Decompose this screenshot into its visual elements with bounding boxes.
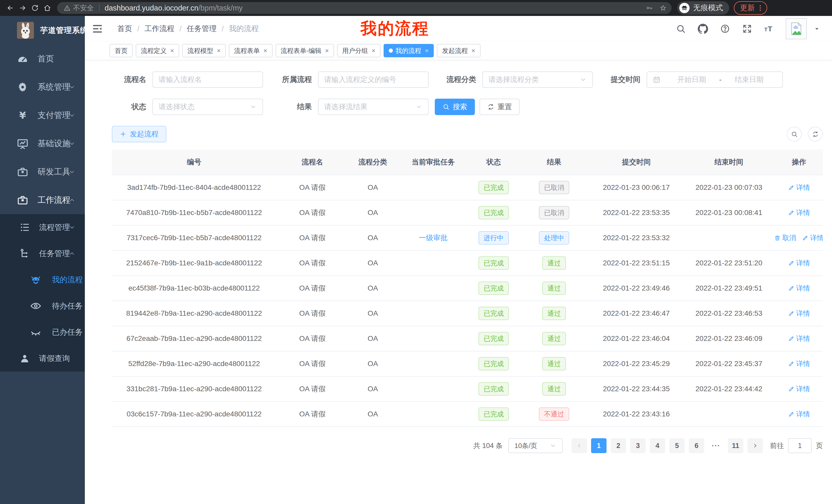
detail-link[interactable]: 详情 <box>788 410 810 419</box>
tab-发起流程[interactable]: 发起流程× <box>437 44 480 57</box>
filter-row-2: 状态 请选择状态 结果 请选择流结果 搜索 <box>112 99 823 115</box>
page-5[interactable]: 5 <box>669 438 685 453</box>
back-icon[interactable] <box>4 2 17 14</box>
sidebar-item-基础设施[interactable]: 基础设施 <box>0 130 85 158</box>
close-icon[interactable]: × <box>263 47 267 54</box>
reset-button[interactable]: 重置 <box>479 99 520 115</box>
close-icon[interactable]: × <box>170 47 174 54</box>
sidebar-item-请假查询[interactable]: 请假查询 <box>0 345 85 371</box>
url-bar[interactable]: 不安全 dashboard.yudao.iocoder.cn/bpm/task/… <box>57 2 672 14</box>
breadcrumb-item[interactable]: 首页 <box>117 24 132 34</box>
reload-icon[interactable] <box>29 2 41 14</box>
close-icon[interactable]: × <box>371 47 375 54</box>
process-definition-input[interactable]: 请输入流程定义的编号 <box>318 72 428 88</box>
navbar: 首页/工作流程/任务管理/我的流程 TT 我的流程 <box>85 16 832 41</box>
cell-result: 已取消 <box>518 206 590 220</box>
tab-流程定义[interactable]: 流程定义× <box>136 44 179 57</box>
next-page-button[interactable] <box>747 438 763 453</box>
process-icon <box>19 222 30 233</box>
task-link[interactable]: 一级审批 <box>419 234 448 242</box>
sidebar-item-流程管理[interactable]: 流程管理 <box>0 214 85 241</box>
cell-submit-time: 2022-01-22 23:53:35 <box>590 208 683 217</box>
cell-end-time: 2022-01-23 00:07:03 <box>683 184 775 192</box>
more-vert-icon[interactable] <box>755 2 765 14</box>
cell-id: 819442e8-7b9a-11ec-a290-acde48001122 <box>112 309 277 317</box>
detail-link[interactable]: 详情 <box>802 233 823 243</box>
sidebar-item-研发工具[interactable]: 研发工具 <box>0 158 85 186</box>
home-icon[interactable] <box>41 2 53 14</box>
detail-link[interactable]: 详情 <box>788 334 810 343</box>
cell-actions: 详情 <box>775 183 823 192</box>
chevron-down-icon[interactable] <box>813 25 821 33</box>
detail-link[interactable]: 详情 <box>788 309 810 318</box>
sidebar-item-我的流程[interactable]: 我的流程 <box>0 267 85 293</box>
search-button[interactable]: 搜索 <box>435 99 475 115</box>
page-11[interactable]: 11 <box>728 438 743 453</box>
sidebar-item-系统管理[interactable]: 系统管理 <box>0 73 85 101</box>
cell-id: 7317cec6-7b9b-11ec-b5b7-acde48001122 <box>112 234 277 242</box>
font-size-icon[interactable]: TT <box>763 23 775 34</box>
tab-流程模型[interactable]: 流程模型× <box>182 44 226 57</box>
forward-icon[interactable] <box>17 2 29 14</box>
status-select[interactable]: 请选择状态 <box>153 99 263 115</box>
breadcrumb-item[interactable]: 我的流程 <box>229 24 259 34</box>
close-icon[interactable]: × <box>217 47 220 54</box>
cell-name: OA 请假 <box>277 409 348 419</box>
detail-link[interactable]: 详情 <box>788 284 810 293</box>
close-icon[interactable]: × <box>471 47 475 54</box>
breadcrumb-item[interactable]: 任务管理 <box>187 24 216 34</box>
page-2[interactable]: 2 <box>610 438 626 453</box>
page-3[interactable]: 3 <box>630 438 646 453</box>
cell-name: OA 请假 <box>277 309 348 318</box>
more-pages-icon[interactable]: ··· <box>708 442 724 450</box>
detail-link[interactable]: 详情 <box>788 208 810 217</box>
goto-page-input[interactable]: 1 <box>788 438 812 453</box>
tab-label: 流程表单-编辑 <box>281 47 321 55</box>
tab-我的流程[interactable]: 我的流程× <box>384 44 434 57</box>
page-size-select[interactable]: 10条/页 <box>508 438 563 453</box>
detail-link[interactable]: 详情 <box>788 384 810 394</box>
close-icon[interactable]: × <box>425 47 428 54</box>
sidebar-item-待办任务[interactable]: 待办任务 <box>0 293 85 319</box>
submit-time-range-picker[interactable]: 开始日期 - 结束日期 <box>647 72 783 88</box>
question-icon[interactable] <box>719 23 731 34</box>
cell-status: 已完成 <box>469 282 518 295</box>
refresh-table-button[interactable] <box>808 127 823 142</box>
fullscreen-icon[interactable] <box>742 23 753 34</box>
placeholder-text: 请选择流结果 <box>324 102 367 112</box>
sidebar-item-支付管理[interactable]: ¥支付管理 <box>0 101 85 130</box>
sidebar-item-任务管理[interactable]: 任务管理 <box>0 241 85 267</box>
detail-link[interactable]: 详情 <box>788 258 810 268</box>
detail-link[interactable]: 详情 <box>788 359 810 368</box>
close-icon[interactable]: × <box>325 47 329 54</box>
bookmark-star-icon[interactable] <box>658 3 669 13</box>
sidebar-item-工作流程[interactable]: 工作流程 <box>0 186 85 214</box>
tab-用户分组[interactable]: 用户分组× <box>337 44 381 57</box>
toggle-search-button[interactable] <box>787 127 802 142</box>
tab-流程表单[interactable]: 流程表单× <box>229 44 272 57</box>
result-select[interactable]: 请选择流结果 <box>318 99 428 115</box>
browser-update-button[interactable]: 更新 <box>734 1 767 15</box>
menu-fold-icon[interactable] <box>92 23 103 35</box>
page-1[interactable]: 1 <box>591 438 606 453</box>
search-icon[interactable] <box>675 23 686 34</box>
page-6[interactable]: 6 <box>689 438 704 453</box>
prev-page-button[interactable] <box>572 438 587 453</box>
breadcrumb-item[interactable]: 工作流程 <box>145 24 174 34</box>
sidebar-item-首页[interactable]: 首页 <box>0 45 85 73</box>
tab-首页[interactable]: 首页 <box>109 44 133 57</box>
process-name-input[interactable]: 请输入流程名 <box>153 72 263 88</box>
tab-流程表单-编辑[interactable]: 流程表单-编辑× <box>276 44 334 57</box>
key-icon[interactable] <box>644 3 655 13</box>
logo[interactable]: 芋道管理系统 <box>0 16 85 45</box>
sidebar-item-已办任务[interactable]: 已办任务 <box>0 319 85 345</box>
github-icon[interactable] <box>697 23 709 34</box>
page-4[interactable]: 4 <box>650 438 665 453</box>
cancel-link[interactable]: 取消 <box>775 233 796 243</box>
category-select[interactable]: 请选择流程分类 <box>482 72 593 88</box>
create-process-button[interactable]: 发起流程 <box>112 126 166 142</box>
search-icon <box>791 131 798 138</box>
avatar[interactable] <box>786 18 807 39</box>
detail-link[interactable]: 详情 <box>788 183 810 192</box>
svg-text:T: T <box>764 27 768 32</box>
